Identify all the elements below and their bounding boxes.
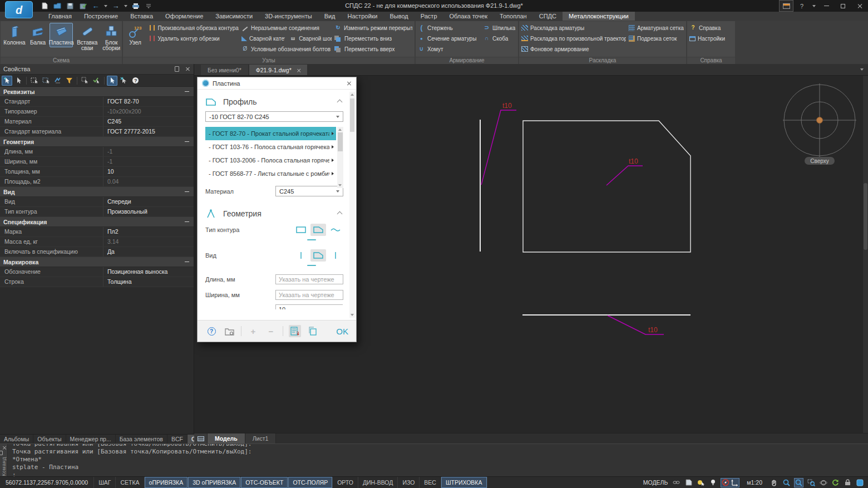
assembly-block-button[interactable]: Блок сборки <box>101 23 121 53</box>
scroll-down-icon[interactable] <box>351 314 354 316</box>
tab-oformlenie[interactable]: Оформление <box>159 12 209 21</box>
command-prompt[interactable]: : <box>12 471 868 476</box>
property-row[interactable]: ВидСпереди <box>0 197 194 207</box>
profile-combo[interactable]: -10 ГОСТ 82-70 С245 <box>205 111 343 122</box>
tab-rastr[interactable]: Растр <box>415 12 443 21</box>
table-view-icon[interactable] <box>779 0 793 12</box>
pin-icon[interactable] <box>0 451 3 455</box>
pin-button[interactable]: Шпилька <box>483 23 515 33</box>
close-command-panel-icon[interactable] <box>2 446 6 449</box>
tab-oblaka-tochek[interactable]: Облака точек <box>443 12 494 21</box>
property-row[interactable]: Типоразмер-10x200x200 <box>0 107 194 117</box>
plate-button[interactable]: Пластина <box>50 23 73 47</box>
filter-icon[interactable] <box>64 76 75 86</box>
model-space-label[interactable]: МОДЕЛЬ <box>643 479 668 486</box>
property-row[interactable]: Стандарт материалаГОСТ 27772-2015 <box>0 127 194 137</box>
tab-topoplan[interactable]: Топоплан <box>494 12 533 21</box>
pointer-mode-button[interactable] <box>107 76 117 86</box>
toggle-3d-oprivyazka[interactable]: 3D оПРИВЯЗКА <box>188 477 241 488</box>
toggle-ots-obekt[interactable]: ОТС-ОБЪЕКТ <box>241 477 288 488</box>
window-select-button[interactable] <box>29 76 40 86</box>
rebar-button[interactable]: Стержень <box>418 23 480 33</box>
column-button[interactable]: Колонна <box>3 23 26 47</box>
node-button[interactable]: 123 Узел <box>125 23 146 47</box>
contour-polyline-button[interactable] <box>328 224 343 236</box>
list-scrollbar[interactable] <box>337 127 343 188</box>
fullscreen-icon[interactable] <box>855 478 865 487</box>
select-append-button[interactable] <box>2 76 12 86</box>
bracket-button[interactable]: Скоба <box>483 33 515 43</box>
help-caret-icon[interactable] <box>810 0 818 12</box>
collapse-icon[interactable] <box>185 91 189 92</box>
tab-vyvod[interactable]: Вывод <box>383 12 414 21</box>
redo-caret-icon[interactable] <box>124 5 127 7</box>
lock-icon[interactable] <box>843 478 852 487</box>
scroll-up-icon[interactable] <box>351 93 354 96</box>
doc-tab-bez-imeni[interactable]: Без имени0* <box>201 65 248 75</box>
move-select-button[interactable] <box>80 76 90 86</box>
annotation-link-icon[interactable] <box>672 478 681 487</box>
property-row[interactable]: МатериалС245 <box>0 117 194 127</box>
help-ribbon-button[interactable]: Справка <box>689 23 731 33</box>
mesh-trim-button[interactable]: Подрезка сеток <box>629 33 684 43</box>
minimize-button[interactable] <box>818 0 835 12</box>
add-button[interactable]: + <box>247 325 259 337</box>
annotation-monitor-icon[interactable] <box>684 478 693 487</box>
property-row[interactable]: МаркаПл2 <box>0 227 194 237</box>
section-geometriya[interactable]: Геометрия <box>0 137 194 147</box>
invert-select-button[interactable] <box>52 76 63 86</box>
close-doc-icon[interactable] <box>297 68 300 71</box>
toggle-oprivyazka[interactable]: оПРИВЯЗКА <box>145 477 189 488</box>
beam-button[interactable]: Балка <box>29 23 47 47</box>
expand-icon[interactable] <box>332 132 334 135</box>
expand-icon[interactable] <box>332 172 334 175</box>
pan-icon[interactable] <box>770 478 779 487</box>
drawing-viewport[interactable]: t10 t10 t10 <box>194 76 868 433</box>
list-item-gost-82-70[interactable]: - ГОСТ 82-70 - Прокат стальной горячекат… <box>205 127 336 140</box>
dialog-title-bar[interactable]: Пластина <box>198 77 356 90</box>
property-row[interactable]: СтандартГОСТ 82-70 <box>0 97 194 107</box>
property-row[interactable]: Площадь, м20.04 <box>0 177 194 187</box>
snap-disabled-icon[interactable] <box>721 478 730 487</box>
contour-rect-button[interactable] <box>293 224 309 236</box>
expand-icon[interactable] <box>332 159 334 162</box>
toggle-shag[interactable]: ШАГ <box>94 477 116 488</box>
tab-spds[interactable]: СПДС <box>533 12 563 21</box>
move-up-button[interactable]: Переместить вверх <box>334 44 412 54</box>
help-button[interactable]: ? <box>793 0 810 12</box>
view-compass[interactable]: Сверху <box>783 83 856 165</box>
settings-button[interactable]: Настройки <box>689 33 731 43</box>
trajectory-layout-button[interactable]: Раскладка по произвольной траектории <box>521 33 626 43</box>
property-row[interactable]: Длина, мм-1 <box>0 147 194 157</box>
undo-caret-icon[interactable] <box>104 5 107 7</box>
tab-nastroyki[interactable]: Настройки <box>342 12 384 21</box>
canvas-scrollbar[interactable] <box>862 76 868 433</box>
dialog-close-icon[interactable] <box>347 81 352 86</box>
scroll-up-icon[interactable] <box>338 129 342 131</box>
tab-postroenie[interactable]: Построение <box>78 12 124 21</box>
list-item-gost-103-2006[interactable]: - ГОСТ 103-2006 - Полоса стальная горяче… <box>205 154 336 167</box>
view-side-button[interactable] <box>293 249 309 262</box>
property-row[interactable]: Толщина, мм10 <box>0 167 194 177</box>
close-panel-icon[interactable] <box>185 67 190 72</box>
toggle-orto[interactable]: ОРТО <box>333 477 358 488</box>
change-overlap-mode-button[interactable]: Изменить режим перекрытия <box>334 23 412 33</box>
doc-tab-f21-9-1[interactable]: Ф21.9-1.dwg* <box>249 65 307 75</box>
dialog-scrollbar[interactable] <box>349 92 355 318</box>
expand-icon[interactable] <box>332 145 334 149</box>
tab-bcf[interactable]: BCF <box>167 435 188 443</box>
chevron-up-icon[interactable] <box>337 211 343 216</box>
toggle-ots-polyar[interactable]: ОТС-ПОЛЯР <box>288 477 333 488</box>
deselect-button[interactable] <box>119 76 129 86</box>
scale-indicator[interactable]: м1:20 <box>742 479 767 486</box>
undo-icon[interactable]: ← <box>91 2 100 10</box>
weld-seam-button[interactable]: Сварной шов <box>289 33 332 43</box>
collapse-icon[interactable] <box>185 262 189 263</box>
tab-glavnaya[interactable]: Главная <box>42 12 78 21</box>
rebar-mesh-button[interactable]: Арматурная сетка <box>629 23 684 33</box>
tab-manager[interactable]: Менеджер пр... <box>66 435 116 443</box>
crossing-select-button[interactable] <box>41 76 51 86</box>
width-input[interactable] <box>275 290 343 300</box>
toggle-izo[interactable]: ИЗО <box>398 477 420 488</box>
material-combo[interactable]: С245 <box>275 186 343 196</box>
